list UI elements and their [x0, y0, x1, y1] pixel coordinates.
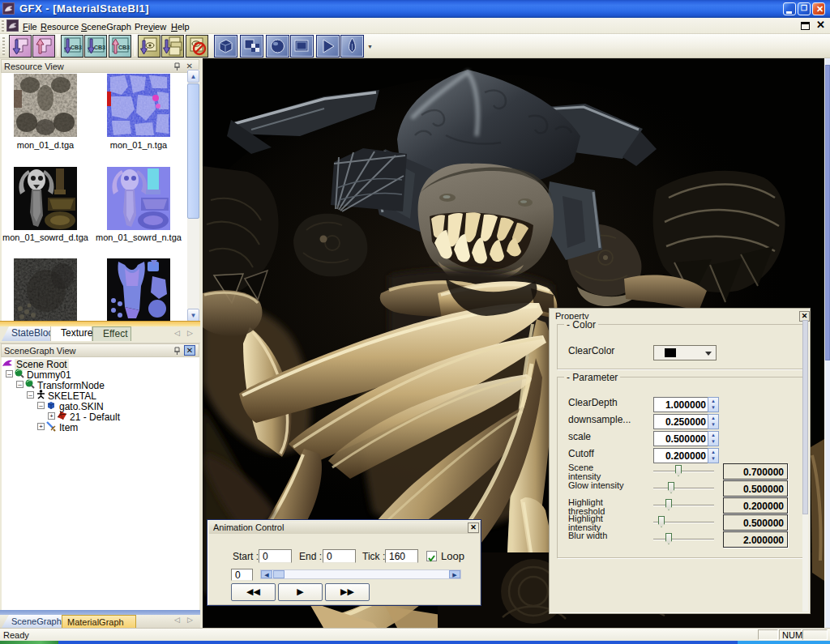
svg-text:CB3: CB3 [118, 45, 130, 50]
svg-text:CB3: CB3 [71, 45, 82, 50]
svg-text:CB3: CB3 [94, 45, 105, 50]
